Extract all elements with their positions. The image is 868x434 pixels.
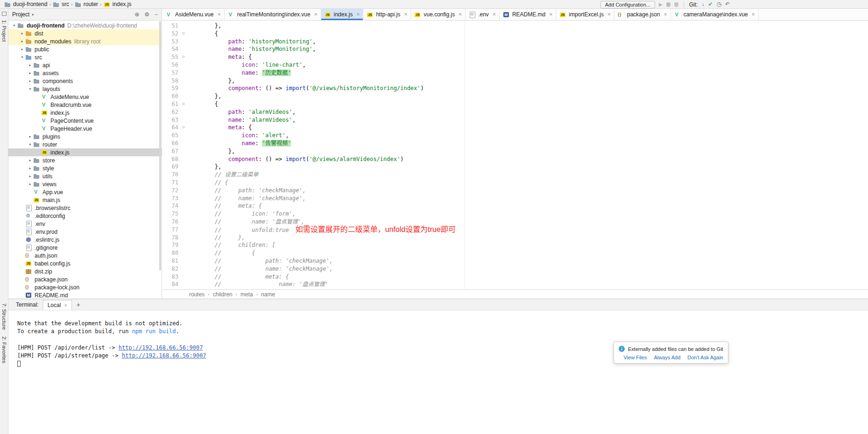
line-number[interactable]: 73 xyxy=(162,195,179,203)
chevron-down-icon[interactable]: ▾ xyxy=(27,142,33,147)
chevron-right-icon[interactable]: ▸ xyxy=(27,182,33,186)
tree-row-package-lock.json[interactable]: package-lock.json xyxy=(8,283,162,291)
tree-row-babel.config.js[interactable]: babel.config.js xyxy=(8,259,162,267)
tree-row-PageContent.vue[interactable]: PageContent.vue xyxy=(8,117,162,125)
tree-row-AsideMenu.vue[interactable]: AsideMenu.vue xyxy=(8,93,162,101)
close-icon[interactable]: × xyxy=(314,11,318,18)
line-number[interactable]: 67 xyxy=(162,147,179,155)
terminal-link[interactable]: http://192.168.66.56:9007 xyxy=(119,344,203,351)
tree-row-App.vue[interactable]: App.vue xyxy=(8,188,162,196)
add-configuration-button[interactable]: Add Configuration... xyxy=(600,1,655,8)
editor-breadcrumb-item-routes[interactable]: routes xyxy=(189,291,205,298)
breadcrumb-item-index.js[interactable]: index.js xyxy=(102,1,133,7)
editor-tab-.env[interactable]: .env× xyxy=(466,9,500,20)
vcs-rollback-icon[interactable]: ↶ xyxy=(725,0,730,9)
tree-row-index.js[interactable]: index.js xyxy=(8,109,162,117)
tree-row-assets[interactable]: ▸assets xyxy=(8,69,162,77)
tree-row-Breadcrumb.vue[interactable]: Breadcrumb.vue xyxy=(8,101,162,109)
line-number[interactable]: 77 xyxy=(162,226,179,234)
editor-tab-README.md[interactable]: README.md× xyxy=(500,9,556,20)
locate-file-icon[interactable]: ⊕ xyxy=(134,11,139,18)
tree-row-store[interactable]: ▸store xyxy=(8,156,162,164)
fold-marker-icon[interactable]: ⊟ xyxy=(179,53,188,61)
chevron-down-icon[interactable]: ▾ xyxy=(19,55,25,59)
tree-row-.gitignore[interactable]: .gitignore xyxy=(8,244,162,252)
chevron-right-icon[interactable]: ▸ xyxy=(27,71,33,75)
breadcrumb-item-duoji-frontend[interactable]: duoji-frontend xyxy=(3,1,49,7)
tree-row-components[interactable]: ▸components xyxy=(8,77,162,85)
tree-row-package.json[interactable]: package.json xyxy=(8,275,162,283)
editor-tab-http-api.js[interactable]: http-api.js× xyxy=(363,9,411,20)
tree-row-dist[interactable]: ▸dist xyxy=(8,29,162,37)
tree-row-main.js[interactable]: main.js xyxy=(8,196,162,204)
close-icon[interactable]: × xyxy=(64,302,67,308)
chevron-right-icon[interactable]: ▸ xyxy=(27,79,33,83)
editor-tab-importExcel.js[interactable]: importExcel.js× xyxy=(556,9,614,20)
editor-breadcrumb-item-children[interactable]: children xyxy=(213,291,233,298)
project-scrollbar[interactable] xyxy=(159,21,161,271)
debug-icon[interactable] xyxy=(666,2,670,7)
notification-action-don-t-ask-again[interactable]: Don't Ask Again xyxy=(687,355,723,360)
tree-row-README.md[interactable]: README.md xyxy=(8,291,162,299)
close-icon[interactable]: × xyxy=(607,11,611,18)
line-number[interactable]: 71 xyxy=(162,179,179,187)
line-number[interactable]: 68 xyxy=(162,155,179,163)
editor-tab-realTimeMonitoring\index.vue[interactable]: realTimeMonitoring\index.vue× xyxy=(225,9,321,20)
chevron-right-icon[interactable]: ▸ xyxy=(27,174,33,178)
line-number[interactable]: 65 xyxy=(162,132,179,140)
notification-action-always-add[interactable]: Always Add xyxy=(654,355,680,360)
breadcrumb-item-src[interactable]: src xyxy=(51,1,71,7)
fold-marker-icon[interactable]: ⊟ xyxy=(179,124,188,132)
tree-row-views[interactable]: ▸views xyxy=(8,180,162,188)
terminal-output[interactable]: Note that the development build is not o… xyxy=(8,310,868,434)
chevron-down-icon[interactable]: ▾ xyxy=(11,23,17,28)
line-number[interactable]: 55 xyxy=(162,53,179,61)
line-number[interactable]: 74 xyxy=(162,202,179,210)
editor-tab-cameraManage\index.vue[interactable]: cameraManage\index.vue× xyxy=(671,9,759,20)
tree-row-.eslintrc.js[interactable]: .eslintrc.js xyxy=(8,236,162,244)
tree-row-api[interactable]: ▸api xyxy=(8,61,162,69)
line-number[interactable]: 75 xyxy=(162,210,179,218)
project-view-dropdown[interactable]: Project xyxy=(12,11,29,18)
tree-row-.browserslistrc[interactable]: .browserslistrc xyxy=(8,204,162,212)
line-number[interactable]: 78 xyxy=(162,234,179,242)
vcs-update-icon[interactable]: ↓ xyxy=(701,0,704,9)
chevron-right-icon[interactable]: ▸ xyxy=(27,63,33,67)
tree-row-src[interactable]: ▾src xyxy=(8,53,162,61)
tree-row-node_modules[interactable]: ▸node_moduleslibrary root xyxy=(8,37,162,45)
stripe-button-project[interactable]: 1: Project xyxy=(1,17,7,45)
editor-breadcrumb-item-meta[interactable]: meta xyxy=(240,291,253,298)
line-number[interactable]: 52 xyxy=(162,30,179,38)
chevron-right-icon[interactable]: ▸ xyxy=(27,134,33,139)
chevron-right-icon[interactable]: ▸ xyxy=(19,31,25,35)
chevron-right-icon[interactable]: ▸ xyxy=(19,47,25,51)
tree-row-style[interactable]: ▸style xyxy=(8,164,162,172)
line-number[interactable]: 81 xyxy=(162,257,179,265)
tree-row-index.js[interactable]: index.js xyxy=(8,148,162,156)
close-icon[interactable]: × xyxy=(752,11,755,18)
line-number[interactable]: 57 xyxy=(162,69,179,77)
stripe-button-favorites[interactable]: 2: Favorites xyxy=(1,333,7,366)
tree-row-plugins[interactable]: ▸plugins xyxy=(8,133,162,140)
line-number[interactable]: 72 xyxy=(162,187,179,195)
line-number[interactable]: 64 xyxy=(162,124,179,132)
line-number[interactable]: 59 xyxy=(162,84,179,92)
fold-marker-icon[interactable]: ⊟ xyxy=(179,30,188,38)
tree-row-duoji-frontend[interactable]: ▾duoji-frontendD:\zheheWeb\duoji-fronten… xyxy=(8,21,162,29)
stripe-button-structure[interactable]: 7: Structure xyxy=(1,300,7,333)
line-number[interactable]: 70 xyxy=(162,171,179,179)
editor-tab-AsideMenu.vue[interactable]: AsideMenu.vue× xyxy=(162,9,225,20)
line-number[interactable]: 56 xyxy=(162,61,179,69)
line-number[interactable]: 51 xyxy=(162,22,179,30)
close-icon[interactable]: × xyxy=(218,11,221,18)
chevron-down-icon[interactable]: ▾ xyxy=(27,87,33,91)
coverage-icon[interactable] xyxy=(674,2,678,7)
line-number[interactable]: 58 xyxy=(162,77,179,85)
close-icon[interactable]: × xyxy=(404,11,407,18)
tree-row-layouts[interactable]: ▾layouts xyxy=(8,85,162,93)
line-number[interactable]: 63 xyxy=(162,116,179,124)
chevron-right-icon[interactable]: ▸ xyxy=(27,166,33,170)
line-number[interactable]: 66 xyxy=(162,140,179,147)
tree-row-.env.prod[interactable]: .env.prod xyxy=(8,228,162,236)
editor-breadcrumb-item-name[interactable]: name xyxy=(261,291,275,298)
